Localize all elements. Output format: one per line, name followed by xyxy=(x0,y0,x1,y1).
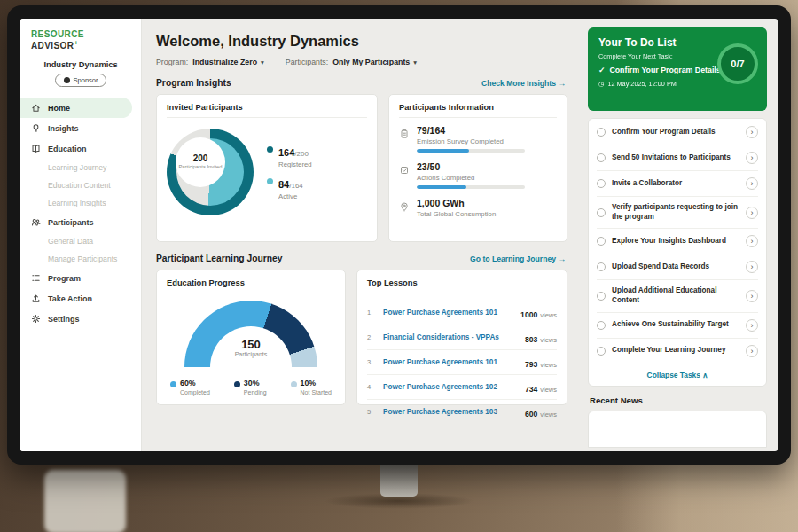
participants-filter[interactable]: Participants:Only My Participants▾ xyxy=(286,58,417,66)
arrow-right-icon: → xyxy=(558,79,566,88)
sidebar-item-insights[interactable]: Insights xyxy=(20,118,141,138)
go-to-learning-journey-link[interactable]: Go to Learning Journey → xyxy=(470,254,566,263)
task-row[interactable]: Upload Additional Educational Content › xyxy=(597,280,758,312)
legend-dot xyxy=(170,381,176,387)
logo-resource: RESOURCE xyxy=(31,29,84,39)
task-checkbox[interactable] xyxy=(597,292,606,301)
task-row[interactable]: Explore Your Insights Dashboard › xyxy=(597,229,758,254)
org-section: Industry Dynamics Sponsor xyxy=(20,59,141,94)
stat-value: 1,000 GWh xyxy=(417,198,496,208)
legend-dot xyxy=(267,178,273,184)
legend-not-started: 10% Not Started xyxy=(291,379,332,395)
chevron-right-icon[interactable]: › xyxy=(746,207,758,219)
program-insights-cards: Invited Participants 200 Participants In… xyxy=(156,94,567,242)
chevron-right-icon[interactable]: › xyxy=(746,345,758,357)
legend-value: 10% xyxy=(301,379,317,387)
stat-label: Total Global Consumption xyxy=(417,210,496,218)
main-content: Welcome, Industry Dynamics Program:Indus… xyxy=(142,19,579,451)
chevron-right-icon[interactable]: › xyxy=(746,177,758,190)
lesson-link[interactable]: Power Purchase Agreements 102 xyxy=(383,383,518,391)
sidebar-item-label: Settings xyxy=(48,315,80,324)
sidebar-item-label: Take Action xyxy=(48,294,92,303)
lesson-views-value: 803 xyxy=(525,335,537,344)
program-filter-label: Program: xyxy=(156,58,188,66)
gauge-center-value: 150 xyxy=(184,338,317,351)
task-label: Invite a Collaborator xyxy=(612,179,739,189)
task-row[interactable]: Send 50 Invitations to Participants › xyxy=(597,145,758,171)
collapse-tasks-link[interactable]: Collapse Tasks ∧ xyxy=(597,364,758,386)
task-row[interactable]: Achieve One Sustainability Target › xyxy=(597,313,758,339)
legend-active: 84/164 Active xyxy=(267,176,312,200)
lesson-row: 2 Financial Considerations - VPPAs 803vi… xyxy=(367,325,557,350)
chevron-right-icon[interactable]: › xyxy=(746,152,758,164)
participants-filter-label: Participants: xyxy=(286,58,328,66)
lesson-link[interactable]: Power Purchase Agreements 101 xyxy=(383,358,518,366)
task-row[interactable]: Complete Your Learning Journey › xyxy=(597,339,758,364)
sidebar-item-education[interactable]: Education xyxy=(20,138,141,159)
sidebar-item-participants[interactable]: Participants xyxy=(20,212,141,232)
task-checkbox[interactable] xyxy=(597,128,606,137)
sidebar-item-education-content[interactable]: Education Content xyxy=(20,176,141,194)
lesson-views-unit: views xyxy=(540,386,557,394)
task-checkbox[interactable] xyxy=(597,321,606,330)
sidebar-item-learning-journey[interactable]: Learning Journey xyxy=(20,159,141,176)
progress-bar xyxy=(417,185,525,189)
task-row[interactable]: Invite a Collaborator › xyxy=(597,171,758,197)
task-checkbox[interactable] xyxy=(597,208,606,217)
task-checkbox[interactable] xyxy=(597,237,606,246)
chevron-down-icon: ▾ xyxy=(261,59,264,66)
chevron-right-icon[interactable]: › xyxy=(746,319,758,332)
lesson-link[interactable]: Financial Considerations - VPPAs xyxy=(383,333,518,341)
task-checkbox[interactable] xyxy=(597,153,606,162)
clock-icon: ◷ xyxy=(598,80,604,88)
learning-journey-cards: Education Progress 150 Participants 60% … xyxy=(156,270,567,405)
chevron-right-icon[interactable]: › xyxy=(746,290,758,302)
legend-total: /164 xyxy=(289,182,303,190)
sponsor-badge[interactable]: Sponsor xyxy=(55,74,107,87)
progress-bar-fill xyxy=(417,149,469,153)
sidebar-item-program[interactable]: Program xyxy=(20,268,141,288)
learning-journey-header: Participant Learning Journey Go to Learn… xyxy=(156,254,566,263)
chevron-right-icon[interactable]: › xyxy=(746,235,758,247)
sidebar-item-home[interactable]: Home xyxy=(20,98,132,118)
gauge-center: 150 Participants xyxy=(184,338,317,357)
stat-value: 79/164 xyxy=(417,125,525,136)
lesson-link[interactable]: Power Purchase Agreements 101 xyxy=(383,309,513,317)
chevron-right-icon[interactable]: › xyxy=(746,261,758,273)
program-filter[interactable]: Program:Industrialize Zero▾ xyxy=(156,58,264,66)
task-checkbox[interactable] xyxy=(597,347,606,356)
stat-emission-survey: 79/164 Emission Survey Completed xyxy=(399,125,557,153)
task-row[interactable]: Upload Spend Data Records › xyxy=(597,254,758,280)
sidebar-item-take-action[interactable]: Take Action xyxy=(20,288,141,309)
sidebar: RESOURCE ADVISOR+ Industry Dynamics Spon… xyxy=(20,19,142,451)
sidebar-item-general-data[interactable]: General Data xyxy=(20,232,141,250)
invited-participants-donut: 200 Participants Invited xyxy=(167,129,254,215)
task-row[interactable]: Confirm Your Program Details › xyxy=(597,120,758,145)
check-more-insights-link[interactable]: Check More Insights → xyxy=(481,79,566,88)
chevron-down-icon: ▾ xyxy=(413,59,417,66)
org-name: Industry Dynamics xyxy=(20,60,141,69)
task-row[interactable]: Verify participants requesting to join t… xyxy=(597,197,758,229)
todo-hero-card: Your To Do List Complete Your Next Task:… xyxy=(588,27,767,111)
task-checkbox[interactable] xyxy=(597,262,606,271)
legend-label: Not Started xyxy=(301,389,332,395)
donut-center-label: Participants Invited xyxy=(179,164,223,171)
link-label: Go to Learning Journey xyxy=(470,254,556,263)
link-label: Check More Insights xyxy=(481,79,556,88)
arrow-right-icon: → xyxy=(558,254,566,263)
sidebar-item-learning-insights[interactable]: Learning Insights xyxy=(20,194,141,212)
home-icon xyxy=(31,103,41,113)
sidebar-item-manage-participants[interactable]: Manage Participants xyxy=(20,250,141,268)
legend-label: Registered xyxy=(278,160,312,168)
upload-arrow-icon xyxy=(31,293,41,303)
sidebar-nav: Home Insights Education Learning Journey… xyxy=(20,98,141,329)
lesson-link[interactable]: Power Purchase Agreements 103 xyxy=(383,408,518,416)
lesson-views-unit: views xyxy=(540,311,557,319)
task-label: Send 50 Invitations to Participants xyxy=(612,153,739,163)
app-logo: RESOURCE ADVISOR+ xyxy=(20,27,141,59)
invited-card-body: 200 Participants Invited 164/200 Registe… xyxy=(167,125,367,215)
chevron-right-icon[interactable]: › xyxy=(746,126,758,138)
task-checkbox[interactable] xyxy=(597,179,606,188)
sidebar-item-settings[interactable]: Settings xyxy=(20,309,141,329)
gear-icon xyxy=(31,314,41,324)
